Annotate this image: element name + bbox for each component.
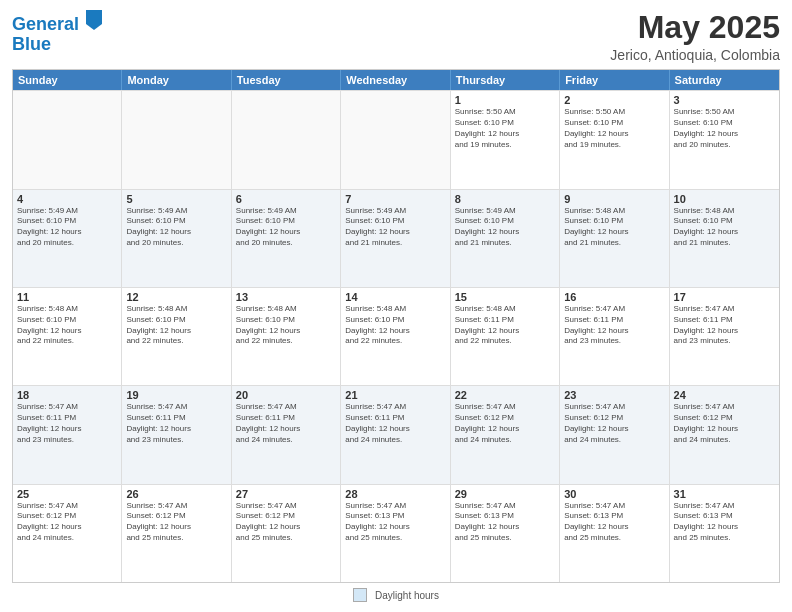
cell-info: Sunrise: 5:49 AM Sunset: 6:10 PM Dayligh…: [17, 206, 117, 249]
cell-info: Sunrise: 5:48 AM Sunset: 6:11 PM Dayligh…: [455, 304, 555, 347]
calendar-cell: 20Sunrise: 5:47 AM Sunset: 6:11 PM Dayli…: [232, 386, 341, 483]
calendar-cell: 29Sunrise: 5:47 AM Sunset: 6:13 PM Dayli…: [451, 485, 560, 582]
calendar-cell: 4Sunrise: 5:49 AM Sunset: 6:10 PM Daylig…: [13, 190, 122, 287]
day-number: 2: [564, 94, 664, 106]
day-number: 5: [126, 193, 226, 205]
header-day-saturday: Saturday: [670, 70, 779, 90]
calendar-cell: 2Sunrise: 5:50 AM Sunset: 6:10 PM Daylig…: [560, 91, 669, 188]
header-day-friday: Friday: [560, 70, 669, 90]
cell-info: Sunrise: 5:47 AM Sunset: 6:13 PM Dayligh…: [345, 501, 445, 544]
cell-info: Sunrise: 5:47 AM Sunset: 6:13 PM Dayligh…: [674, 501, 775, 544]
calendar-cell: 12Sunrise: 5:48 AM Sunset: 6:10 PM Dayli…: [122, 288, 231, 385]
day-number: 11: [17, 291, 117, 303]
calendar-cell: 23Sunrise: 5:47 AM Sunset: 6:12 PM Dayli…: [560, 386, 669, 483]
cell-info: Sunrise: 5:49 AM Sunset: 6:10 PM Dayligh…: [126, 206, 226, 249]
day-number: 20: [236, 389, 336, 401]
header-day-thursday: Thursday: [451, 70, 560, 90]
cell-info: Sunrise: 5:48 AM Sunset: 6:10 PM Dayligh…: [674, 206, 775, 249]
cell-info: Sunrise: 5:48 AM Sunset: 6:10 PM Dayligh…: [126, 304, 226, 347]
calendar-cell: 3Sunrise: 5:50 AM Sunset: 6:10 PM Daylig…: [670, 91, 779, 188]
cell-info: Sunrise: 5:48 AM Sunset: 6:10 PM Dayligh…: [236, 304, 336, 347]
calendar-cell: 30Sunrise: 5:47 AM Sunset: 6:13 PM Dayli…: [560, 485, 669, 582]
calendar-cell: 1Sunrise: 5:50 AM Sunset: 6:10 PM Daylig…: [451, 91, 560, 188]
cell-info: Sunrise: 5:50 AM Sunset: 6:10 PM Dayligh…: [564, 107, 664, 150]
cell-info: Sunrise: 5:48 AM Sunset: 6:10 PM Dayligh…: [17, 304, 117, 347]
header: General Blue May 2025 Jerico, Antioquia,…: [12, 10, 780, 63]
cell-info: Sunrise: 5:47 AM Sunset: 6:13 PM Dayligh…: [455, 501, 555, 544]
calendar-row-1: 4Sunrise: 5:49 AM Sunset: 6:10 PM Daylig…: [13, 189, 779, 287]
day-number: 8: [455, 193, 555, 205]
page-subtitle: Jerico, Antioquia, Colombia: [610, 47, 780, 63]
cell-info: Sunrise: 5:47 AM Sunset: 6:11 PM Dayligh…: [345, 402, 445, 445]
calendar-cell: [232, 91, 341, 188]
day-number: 15: [455, 291, 555, 303]
calendar-cell: 17Sunrise: 5:47 AM Sunset: 6:11 PM Dayli…: [670, 288, 779, 385]
calendar: SundayMondayTuesdayWednesdayThursdayFrid…: [12, 69, 780, 583]
day-number: 27: [236, 488, 336, 500]
day-number: 29: [455, 488, 555, 500]
calendar-cell: 27Sunrise: 5:47 AM Sunset: 6:12 PM Dayli…: [232, 485, 341, 582]
day-number: 12: [126, 291, 226, 303]
cell-info: Sunrise: 5:49 AM Sunset: 6:10 PM Dayligh…: [236, 206, 336, 249]
day-number: 7: [345, 193, 445, 205]
calendar-cell: 5Sunrise: 5:49 AM Sunset: 6:10 PM Daylig…: [122, 190, 231, 287]
calendar-row-4: 25Sunrise: 5:47 AM Sunset: 6:12 PM Dayli…: [13, 484, 779, 582]
day-number: 14: [345, 291, 445, 303]
calendar-cell: 22Sunrise: 5:47 AM Sunset: 6:12 PM Dayli…: [451, 386, 560, 483]
calendar-cell: 31Sunrise: 5:47 AM Sunset: 6:13 PM Dayli…: [670, 485, 779, 582]
cell-info: Sunrise: 5:47 AM Sunset: 6:13 PM Dayligh…: [564, 501, 664, 544]
calendar-cell: 10Sunrise: 5:48 AM Sunset: 6:10 PM Dayli…: [670, 190, 779, 287]
calendar-row-3: 18Sunrise: 5:47 AM Sunset: 6:11 PM Dayli…: [13, 385, 779, 483]
calendar-cell: 24Sunrise: 5:47 AM Sunset: 6:12 PM Dayli…: [670, 386, 779, 483]
legend-label: Daylight hours: [375, 590, 439, 601]
day-number: 19: [126, 389, 226, 401]
calendar-cell: 14Sunrise: 5:48 AM Sunset: 6:10 PM Dayli…: [341, 288, 450, 385]
calendar-cell: [13, 91, 122, 188]
cell-info: Sunrise: 5:48 AM Sunset: 6:10 PM Dayligh…: [345, 304, 445, 347]
calendar-cell: 6Sunrise: 5:49 AM Sunset: 6:10 PM Daylig…: [232, 190, 341, 287]
cell-info: Sunrise: 5:47 AM Sunset: 6:11 PM Dayligh…: [236, 402, 336, 445]
day-number: 13: [236, 291, 336, 303]
day-number: 4: [17, 193, 117, 205]
footer: Daylight hours: [12, 588, 780, 602]
legend-box: [353, 588, 367, 602]
cell-info: Sunrise: 5:49 AM Sunset: 6:10 PM Dayligh…: [455, 206, 555, 249]
cell-info: Sunrise: 5:47 AM Sunset: 6:12 PM Dayligh…: [17, 501, 117, 544]
calendar-header: SundayMondayTuesdayWednesdayThursdayFrid…: [13, 70, 779, 90]
calendar-cell: 19Sunrise: 5:47 AM Sunset: 6:11 PM Dayli…: [122, 386, 231, 483]
calendar-cell: 16Sunrise: 5:47 AM Sunset: 6:11 PM Dayli…: [560, 288, 669, 385]
day-number: 10: [674, 193, 775, 205]
cell-info: Sunrise: 5:47 AM Sunset: 6:11 PM Dayligh…: [126, 402, 226, 445]
day-number: 3: [674, 94, 775, 106]
day-number: 26: [126, 488, 226, 500]
calendar-cell: [341, 91, 450, 188]
day-number: 28: [345, 488, 445, 500]
cell-info: Sunrise: 5:47 AM Sunset: 6:12 PM Dayligh…: [236, 501, 336, 544]
cell-info: Sunrise: 5:47 AM Sunset: 6:11 PM Dayligh…: [674, 304, 775, 347]
title-block: May 2025 Jerico, Antioquia, Colombia: [610, 10, 780, 63]
logo: General Blue: [12, 10, 102, 53]
calendar-cell: 18Sunrise: 5:47 AM Sunset: 6:11 PM Dayli…: [13, 386, 122, 483]
header-day-monday: Monday: [122, 70, 231, 90]
calendar-row-0: 1Sunrise: 5:50 AM Sunset: 6:10 PM Daylig…: [13, 90, 779, 188]
svg-marker-0: [86, 10, 102, 30]
calendar-cell: 21Sunrise: 5:47 AM Sunset: 6:11 PM Dayli…: [341, 386, 450, 483]
cell-info: Sunrise: 5:50 AM Sunset: 6:10 PM Dayligh…: [674, 107, 775, 150]
cell-info: Sunrise: 5:47 AM Sunset: 6:12 PM Dayligh…: [674, 402, 775, 445]
cell-info: Sunrise: 5:50 AM Sunset: 6:10 PM Dayligh…: [455, 107, 555, 150]
day-number: 18: [17, 389, 117, 401]
day-number: 9: [564, 193, 664, 205]
cell-info: Sunrise: 5:47 AM Sunset: 6:12 PM Dayligh…: [455, 402, 555, 445]
page-title: May 2025: [610, 10, 780, 45]
calendar-cell: 9Sunrise: 5:48 AM Sunset: 6:10 PM Daylig…: [560, 190, 669, 287]
calendar-cell: 25Sunrise: 5:47 AM Sunset: 6:12 PM Dayli…: [13, 485, 122, 582]
calendar-cell: 11Sunrise: 5:48 AM Sunset: 6:10 PM Dayli…: [13, 288, 122, 385]
day-number: 23: [564, 389, 664, 401]
cell-info: Sunrise: 5:47 AM Sunset: 6:12 PM Dayligh…: [126, 501, 226, 544]
day-number: 30: [564, 488, 664, 500]
calendar-cell: [122, 91, 231, 188]
day-number: 31: [674, 488, 775, 500]
day-number: 16: [564, 291, 664, 303]
day-number: 6: [236, 193, 336, 205]
cell-info: Sunrise: 5:49 AM Sunset: 6:10 PM Dayligh…: [345, 206, 445, 249]
